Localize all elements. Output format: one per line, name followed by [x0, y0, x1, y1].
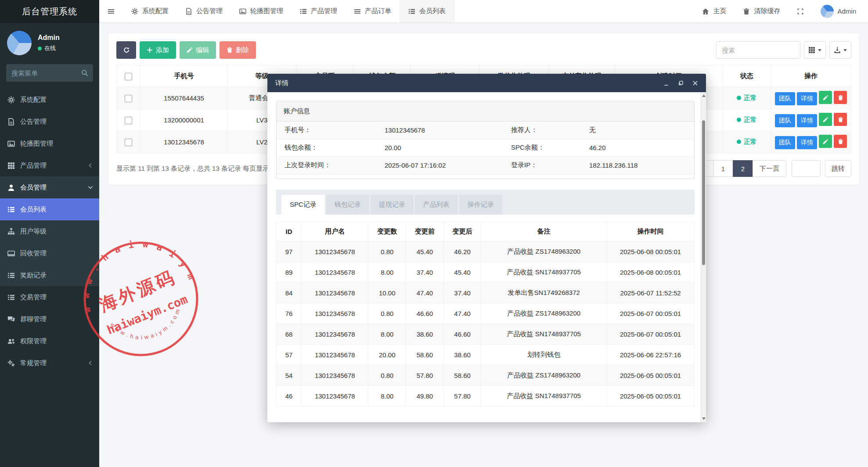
- sidebar-item-轮播图管理[interactable]: 轮播图管理: [0, 133, 99, 154]
- next-page-button[interactable]: 下一页: [753, 160, 786, 177]
- phone-cell: 13200000001: [140, 109, 227, 131]
- scroll-down-arrow-icon[interactable]: [702, 417, 706, 420]
- stamp-domain-text: haiwaiym.com: [105, 292, 189, 337]
- spc-records-table: ID用户名变更数变更前变更后备注操作时间 97130123456780.8045…: [276, 222, 695, 406]
- record-cell: 产品收益 ZS1748963200: [481, 241, 607, 262]
- home-link[interactable]: 主页: [694, 0, 735, 22]
- delete-button[interactable]: 删除: [220, 41, 256, 59]
- row-edit-button[interactable]: [819, 135, 832, 148]
- select-all-checkbox-cell: [117, 65, 140, 87]
- record-column-header-变更数: 变更数: [368, 222, 406, 241]
- modal-scrollbar[interactable]: [701, 92, 706, 422]
- record-row: 841301234567810.0047.4037.40发单出售SN174926…: [277, 283, 695, 303]
- tab-操作记录[interactable]: 操作记录: [459, 195, 502, 215]
- export-dropdown-button[interactable]: [829, 41, 851, 59]
- page-button-1[interactable]: 1: [713, 160, 733, 177]
- sidebar-item-用户等级[interactable]: 用户等级: [0, 220, 99, 242]
- close-icon[interactable]: [692, 80, 698, 86]
- record-cell: 97: [277, 241, 302, 262]
- sidebar-item-会员管理[interactable]: 会员管理: [0, 176, 99, 198]
- row-checkbox[interactable]: [125, 139, 132, 146]
- actions-cell: 团队详情: [771, 87, 851, 109]
- row-edit-button[interactable]: [819, 113, 832, 126]
- row-checkbox[interactable]: [125, 117, 132, 124]
- caret-down-icon: [843, 49, 847, 51]
- row-delete-button[interactable]: [834, 135, 847, 148]
- row-edit-button[interactable]: [819, 91, 832, 104]
- sidebar-search-input[interactable]: [6, 64, 93, 82]
- maximize-icon[interactable]: [678, 80, 684, 86]
- topbar-tab-会员列表[interactable]: 会员列表: [400, 0, 454, 22]
- add-button[interactable]: 添加: [140, 41, 176, 59]
- refresh-button[interactable]: [116, 41, 136, 59]
- record-cell: 13012345678: [302, 303, 368, 324]
- scroll-up-arrow-icon[interactable]: [702, 94, 706, 97]
- modal-header[interactable]: 详情: [267, 74, 706, 92]
- minimize-icon[interactable]: [663, 80, 669, 86]
- scrollbar-thumb[interactable]: [702, 120, 705, 265]
- avatar: [7, 31, 32, 55]
- record-column-header-变更后: 变更后: [443, 222, 481, 241]
- fullscreen-button[interactable]: [789, 0, 812, 22]
- jump-button[interactable]: 跳转: [825, 160, 851, 177]
- sidebar-item-label: 群聊管理: [20, 315, 47, 323]
- record-cell: 37.40: [406, 262, 444, 283]
- page-button-2[interactable]: 2: [733, 160, 753, 177]
- field-label: SPC余额：: [511, 144, 589, 152]
- detail-button[interactable]: 详情: [797, 136, 817, 149]
- record-cell: 45.40: [406, 241, 444, 262]
- topbar-tab-系统配置[interactable]: 系统配置: [123, 0, 177, 22]
- modal-title: 详情: [275, 79, 288, 87]
- topbar-tab-公告管理[interactable]: 公告管理: [177, 0, 231, 22]
- select-all-checkbox[interactable]: [125, 73, 132, 80]
- record-cell: 38.60: [406, 324, 444, 345]
- image-icon: [239, 8, 246, 15]
- sidebar-item-回收管理[interactable]: 回收管理: [0, 242, 99, 264]
- detail-button[interactable]: 详情: [797, 114, 817, 127]
- status-cell: 正常: [723, 87, 771, 109]
- team-button[interactable]: 团队: [775, 136, 795, 149]
- caret-down-icon: [818, 49, 821, 51]
- sidebar-item-会员列表[interactable]: 会员列表: [0, 198, 99, 220]
- clear-cache-link[interactable]: 清除缓存: [735, 0, 789, 22]
- sidebar-item-产品管理[interactable]: 产品管理: [0, 154, 99, 176]
- row-checkbox-cell: [117, 131, 140, 153]
- sidebar-item-权限管理[interactable]: 权限管理: [0, 330, 99, 352]
- sidebar-item-常规管理[interactable]: 常规管理: [0, 352, 99, 374]
- row-delete-button[interactable]: [834, 113, 847, 126]
- hamburger-icon: [108, 8, 115, 15]
- topbar-tab-轮播图管理[interactable]: 轮播图管理: [231, 0, 292, 22]
- columns-dropdown-button[interactable]: [804, 41, 826, 59]
- tab-SPC记录[interactable]: SPC记录: [281, 195, 325, 215]
- table-search-input[interactable]: [716, 41, 800, 59]
- record-cell: 84: [277, 283, 302, 303]
- tab-产品列表[interactable]: 产品列表: [415, 195, 458, 215]
- team-button[interactable]: 团队: [775, 114, 795, 127]
- sidebar-toggle-button[interactable]: [99, 0, 123, 22]
- team-button[interactable]: 团队: [775, 92, 795, 105]
- row-checkbox[interactable]: [125, 95, 132, 102]
- topbar-tab-产品管理[interactable]: 产品管理: [292, 0, 346, 22]
- sidebar-item-公告管理[interactable]: 公告管理: [0, 111, 99, 133]
- cogs-icon: [7, 359, 15, 367]
- sidebar-item-奖励记录[interactable]: 奖励记录: [0, 264, 99, 286]
- row-delete-button[interactable]: [834, 91, 847, 104]
- record-column-header-变更前: 变更前: [406, 222, 444, 241]
- sidebar-item-系统配置[interactable]: 系统配置: [0, 89, 99, 111]
- tab-钱包记录[interactable]: 钱包记录: [326, 195, 369, 215]
- edit-button[interactable]: 编辑: [180, 41, 216, 59]
- user-menu[interactable]: Admin: [812, 0, 864, 22]
- record-cell: 产品收益 ZS1748963200: [481, 303, 607, 324]
- jump-page-input[interactable]: [792, 160, 821, 177]
- sidebar-item-群聊管理[interactable]: 群聊管理: [0, 308, 99, 330]
- stamp-name-text: 海外源码: [96, 266, 179, 316]
- record-cell: 10.00: [368, 283, 406, 303]
- topbar-tab-产品订单[interactable]: 产品订单: [346, 0, 400, 22]
- detail-button[interactable]: 详情: [797, 92, 817, 105]
- sidebar-item-交易管理[interactable]: 交易管理: [0, 286, 99, 308]
- username-label: Admin: [837, 7, 856, 15]
- field-value: 46.20: [589, 144, 686, 151]
- tab-提现记录[interactable]: 提现记录: [371, 195, 414, 215]
- record-cell: 13012345678: [302, 262, 368, 283]
- record-row: 89130123456788.0037.4045.40产品收益 SN174893…: [277, 262, 695, 283]
